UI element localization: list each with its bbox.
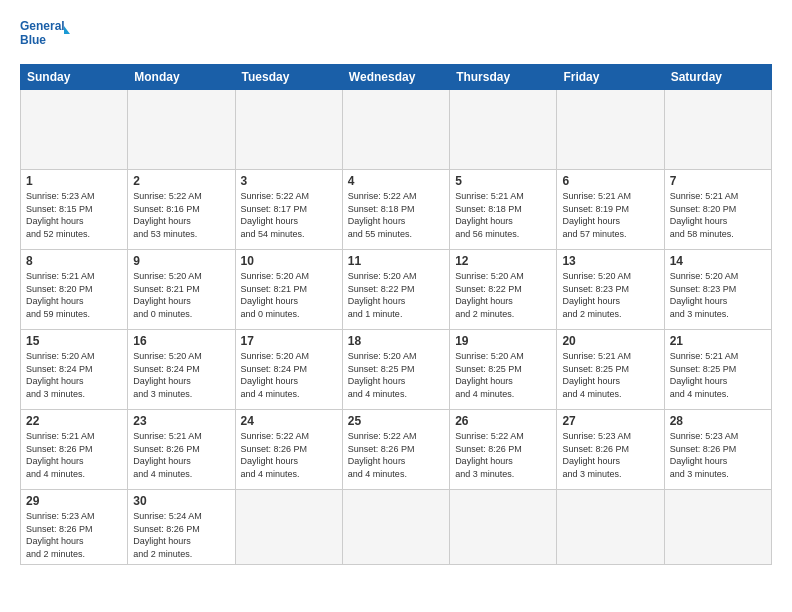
day-info: Sunrise: 5:20 AMSunset: 8:21 PMDaylight …: [241, 270, 337, 320]
day-number: 30: [133, 494, 229, 508]
header: General Blue: [20, 16, 772, 54]
logo-svg: General Blue: [20, 16, 70, 54]
sunset-text: Sunset: 8:20 PM: [26, 284, 93, 294]
calendar-cell: 28Sunrise: 5:23 AMSunset: 8:26 PMDayligh…: [664, 410, 771, 490]
calendar-cell: [235, 90, 342, 170]
day-number: 17: [241, 334, 337, 348]
daylight-label: Daylight hours: [348, 456, 406, 466]
calendar-cell: [128, 90, 235, 170]
daylight-label: Daylight hours: [670, 456, 728, 466]
calendar-cell: [450, 90, 557, 170]
day-number: 24: [241, 414, 337, 428]
daylight-label: Daylight hours: [455, 296, 513, 306]
daylight-duration: and 2 minutes.: [562, 309, 621, 319]
sunrise-text: Sunrise: 5:22 AM: [455, 431, 524, 441]
day-info: Sunrise: 5:22 AMSunset: 8:26 PMDaylight …: [241, 430, 337, 480]
calendar-cell: 15Sunrise: 5:20 AMSunset: 8:24 PMDayligh…: [21, 330, 128, 410]
day-info: Sunrise: 5:21 AMSunset: 8:25 PMDaylight …: [562, 350, 658, 400]
daylight-duration: and 3 minutes.: [133, 389, 192, 399]
day-number: 20: [562, 334, 658, 348]
sunrise-text: Sunrise: 5:20 AM: [455, 271, 524, 281]
daylight-duration: and 57 minutes.: [562, 229, 626, 239]
sunset-text: Sunset: 8:26 PM: [562, 444, 629, 454]
col-sunday: Sunday: [21, 65, 128, 90]
sunrise-text: Sunrise: 5:20 AM: [26, 351, 95, 361]
sunset-text: Sunset: 8:23 PM: [670, 284, 737, 294]
daylight-label: Daylight hours: [26, 296, 84, 306]
calendar-cell: 2Sunrise: 5:22 AMSunset: 8:16 PMDaylight…: [128, 170, 235, 250]
sunset-text: Sunset: 8:17 PM: [241, 204, 308, 214]
day-number: 23: [133, 414, 229, 428]
day-info: Sunrise: 5:23 AMSunset: 8:26 PMDaylight …: [562, 430, 658, 480]
daylight-duration: and 2 minutes.: [455, 309, 514, 319]
col-thursday: Thursday: [450, 65, 557, 90]
day-info: Sunrise: 5:21 AMSunset: 8:20 PMDaylight …: [26, 270, 122, 320]
day-number: 3: [241, 174, 337, 188]
daylight-label: Daylight hours: [241, 296, 299, 306]
day-number: 8: [26, 254, 122, 268]
calendar-cell: 13Sunrise: 5:20 AMSunset: 8:23 PMDayligh…: [557, 250, 664, 330]
sunrise-text: Sunrise: 5:21 AM: [670, 351, 739, 361]
svg-text:Blue: Blue: [20, 33, 46, 47]
day-info: Sunrise: 5:20 AMSunset: 8:25 PMDaylight …: [455, 350, 551, 400]
sunrise-text: Sunrise: 5:22 AM: [348, 191, 417, 201]
daylight-duration: and 55 minutes.: [348, 229, 412, 239]
daylight-label: Daylight hours: [562, 216, 620, 226]
day-info: Sunrise: 5:21 AMSunset: 8:25 PMDaylight …: [670, 350, 766, 400]
daylight-label: Daylight hours: [562, 376, 620, 386]
col-tuesday: Tuesday: [235, 65, 342, 90]
daylight-duration: and 4 minutes.: [348, 389, 407, 399]
daylight-label: Daylight hours: [348, 296, 406, 306]
calendar-cell: 19Sunrise: 5:20 AMSunset: 8:25 PMDayligh…: [450, 330, 557, 410]
calendar-cell: [342, 490, 449, 565]
day-number: 10: [241, 254, 337, 268]
daylight-duration: and 2 minutes.: [133, 549, 192, 559]
day-info: Sunrise: 5:24 AMSunset: 8:26 PMDaylight …: [133, 510, 229, 560]
day-number: 27: [562, 414, 658, 428]
calendar-cell: 14Sunrise: 5:20 AMSunset: 8:23 PMDayligh…: [664, 250, 771, 330]
daylight-label: Daylight hours: [455, 456, 513, 466]
calendar-cell: [557, 90, 664, 170]
day-info: Sunrise: 5:22 AMSunset: 8:26 PMDaylight …: [348, 430, 444, 480]
calendar-cell: 27Sunrise: 5:23 AMSunset: 8:26 PMDayligh…: [557, 410, 664, 490]
calendar-cell: [450, 490, 557, 565]
calendar-cell: 21Sunrise: 5:21 AMSunset: 8:25 PMDayligh…: [664, 330, 771, 410]
sunset-text: Sunset: 8:26 PM: [670, 444, 737, 454]
sunset-text: Sunset: 8:26 PM: [26, 524, 93, 534]
sunset-text: Sunset: 8:21 PM: [133, 284, 200, 294]
daylight-label: Daylight hours: [241, 216, 299, 226]
sunrise-text: Sunrise: 5:21 AM: [133, 431, 202, 441]
sunrise-text: Sunrise: 5:20 AM: [241, 351, 310, 361]
daylight-duration: and 3 minutes.: [26, 389, 85, 399]
daylight-duration: and 52 minutes.: [26, 229, 90, 239]
day-number: 14: [670, 254, 766, 268]
calendar-cell: [342, 90, 449, 170]
calendar-cell: [664, 90, 771, 170]
daylight-label: Daylight hours: [133, 536, 191, 546]
calendar-cell: 26Sunrise: 5:22 AMSunset: 8:26 PMDayligh…: [450, 410, 557, 490]
day-number: 2: [133, 174, 229, 188]
day-number: 19: [455, 334, 551, 348]
sunset-text: Sunset: 8:15 PM: [26, 204, 93, 214]
sunset-text: Sunset: 8:18 PM: [455, 204, 522, 214]
sunset-text: Sunset: 8:26 PM: [241, 444, 308, 454]
col-friday: Friday: [557, 65, 664, 90]
sunrise-text: Sunrise: 5:20 AM: [133, 271, 202, 281]
daylight-duration: and 4 minutes.: [26, 469, 85, 479]
daylight-duration: and 53 minutes.: [133, 229, 197, 239]
daylight-duration: and 4 minutes.: [241, 389, 300, 399]
sunrise-text: Sunrise: 5:21 AM: [455, 191, 524, 201]
sunset-text: Sunset: 8:26 PM: [348, 444, 415, 454]
svg-marker-2: [64, 26, 70, 34]
calendar-cell: 30Sunrise: 5:24 AMSunset: 8:26 PMDayligh…: [128, 490, 235, 565]
sunrise-text: Sunrise: 5:22 AM: [241, 191, 310, 201]
day-number: 15: [26, 334, 122, 348]
sunset-text: Sunset: 8:22 PM: [455, 284, 522, 294]
calendar-cell: 12Sunrise: 5:20 AMSunset: 8:22 PMDayligh…: [450, 250, 557, 330]
daylight-label: Daylight hours: [562, 296, 620, 306]
daylight-duration: and 59 minutes.: [26, 309, 90, 319]
calendar-cell: 4Sunrise: 5:22 AMSunset: 8:18 PMDaylight…: [342, 170, 449, 250]
daylight-duration: and 4 minutes.: [455, 389, 514, 399]
day-info: Sunrise: 5:21 AMSunset: 8:26 PMDaylight …: [26, 430, 122, 480]
sunset-text: Sunset: 8:26 PM: [133, 444, 200, 454]
